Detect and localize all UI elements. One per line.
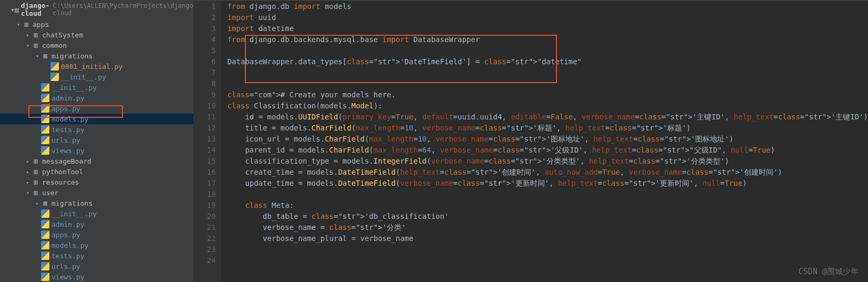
code-line[interactable]: update_time = models.DateTimeField(verbo… [228,178,868,189]
tree-item-views-py[interactable]: views.py [0,145,193,156]
code-content[interactable]: from django.db import modelsimport uuidi… [221,1,868,282]
tree-item-urls-py[interactable]: urls.py [0,261,193,271]
code-line[interactable] [228,244,868,255]
tree-item-label: 0001_initial.py [61,63,122,70]
code-line[interactable]: title = models.CharField(max_length=10, … [228,123,868,134]
tree-item-label: views.py [51,147,85,155]
watermark-text: CSDN @围城少年 [799,267,859,277]
python-file-icon [41,94,49,102]
tree-item-label: pythonTool [42,168,83,176]
tree-item-label: migrations [51,199,92,207]
tree-item-label: messageBoard [42,157,91,165]
chevron-down-icon: ▾ [11,6,15,14]
tree-item-apps[interactable]: ▾▥apps [0,19,193,29]
line-number: 23 [194,244,216,255]
tree-item-tests-py[interactable]: tests.py [0,124,193,135]
code-line[interactable]: import datetime [228,23,868,34]
tree-item-label: chatSystem [42,31,83,39]
tree-item-user[interactable]: ▾▥user [0,187,193,198]
tree-item-0001-initial-py[interactable]: 0001_initial.py [0,61,193,72]
tree-item-messageBoard[interactable]: ▸▥messageBoard [0,156,193,166]
tree-item---init---py[interactable]: __init__.py [0,208,193,219]
tree-item-label: apps [33,21,49,28]
code-line[interactable]: DatabaseWrapper.data_types[class="str">'… [228,56,868,67]
code-line[interactable]: import uuid [228,12,868,23]
tree-item-urls-py[interactable]: urls.py [0,135,193,145]
project-path: C:\Users\ALLEN\PycharmProjects\django-cl… [53,2,193,17]
editor-panel: 123456789101112131415161718192021222324 … [194,0,868,282]
code-line[interactable] [228,189,868,200]
python-file-icon [41,83,49,92]
tree-item-apps-py[interactable]: apps.py [0,103,193,114]
line-number: 4 [194,34,216,45]
project-tree-panel: ▾ ▥ django-cloud C:\Users\ALLEN\PycharmP… [0,0,194,282]
line-number: 24 [194,255,216,266]
line-number: 17 [194,178,216,189]
line-number: 10 [194,100,216,112]
code-line[interactable]: verbose_name = class="str">'分类' [228,222,868,233]
tree-item-label: common [42,42,67,49]
project-root-row[interactable]: ▾ ▥ django-cloud C:\Users\ALLEN\PycharmP… [0,0,193,19]
tree-item-tests-py[interactable]: tests.py [0,250,193,261]
code-line[interactable]: db_table = class="str">'db_classificatio… [228,211,868,222]
tree-item---init---py[interactable]: __init__.py [0,72,193,82]
code-line[interactable]: verbose_name_plural = verbose_name [228,233,868,244]
code-line[interactable] [228,255,868,266]
code-line[interactable] [228,78,868,89]
code-line[interactable]: class="com"># Create your models here. [228,89,868,100]
line-number: 2 [194,12,216,23]
code-line[interactable]: from django.db.backends.mysql.base impor… [228,34,868,45]
code-line[interactable]: class Meta: [228,200,868,211]
tree-item-label: __init__.py [51,210,97,218]
tree-item-chatSystem[interactable]: ▸▥chatSystem [0,29,193,40]
tree-item-label: admin.py [51,94,85,102]
line-number: 5 [194,45,216,56]
tree-item-label: __init__.py [61,73,106,81]
line-number: 15 [194,156,216,167]
project-name: django-cloud [21,2,50,17]
tree-item-apps-py[interactable]: apps.py [0,229,193,240]
tree-item-label: admin.py [51,220,85,228]
python-file-icon [41,104,49,113]
tree-item---init---py[interactable]: __init__.py [0,82,193,93]
tree-item-label: migrations [51,52,92,60]
code-line[interactable]: parent_id = models.CharField(max_length=… [228,145,868,156]
code-line[interactable]: classification_type = models.IntegerFiel… [228,156,868,167]
tree-item-migrations[interactable]: ▾▦migrations [0,51,193,61]
tree-item-models-py[interactable]: models.py [0,240,193,250]
tree-item-common[interactable]: ▾▥common [0,40,193,51]
chevron-right-icon: ▸ [24,169,32,175]
folder-icon: ▥ [22,20,30,28]
code-line[interactable]: class Classification(models.Model): [228,100,868,112]
tree-item-models-py[interactable]: models.py [0,114,193,124]
code-line[interactable]: from django.db import models [228,1,868,12]
code-line[interactable]: icon_url = models.CharField(max_length=1… [228,134,868,145]
package-icon: ▦ [41,52,49,60]
python-file-icon [50,62,59,70]
tree-item-views-py[interactable]: views.py [0,271,193,282]
chevron-right-icon: ▸ [24,32,32,38]
python-file-icon [41,115,49,123]
code-line[interactable] [228,67,868,78]
tree-item-migrations[interactable]: ▸▦migrations [0,198,193,208]
package-icon: ▦ [41,199,49,207]
tree-item-label: tests.py [51,252,85,260]
tree-item-label: urls.py [51,263,80,270]
code-line[interactable] [228,45,868,56]
tree-item-admin-py[interactable]: admin.py [0,93,193,103]
folder-icon: ▥ [32,167,40,176]
code-line[interactable]: id = models.UUIDField(primary_key=True, … [228,112,868,123]
code-area[interactable]: 123456789101112131415161718192021222324 … [194,1,868,282]
tree-item-label: apps.py [51,105,80,113]
chevron-right-icon: ▸ [34,200,41,206]
code-line[interactable]: create_time = models.DateTimeField(help_… [228,167,868,178]
line-number: 13 [194,134,216,145]
line-number: 18 [194,189,216,200]
line-number: 19 [194,200,216,211]
tree-item-admin-py[interactable]: admin.py [0,219,193,229]
tree-item-pythonTool[interactable]: ▸▥pythonTool [0,166,193,177]
tree-item-resources[interactable]: ▸▥resources [0,177,193,187]
chevron-down-icon: ▾ [24,43,32,48]
tree-item-label: tests.py [51,126,85,134]
line-number: 8 [194,78,216,89]
